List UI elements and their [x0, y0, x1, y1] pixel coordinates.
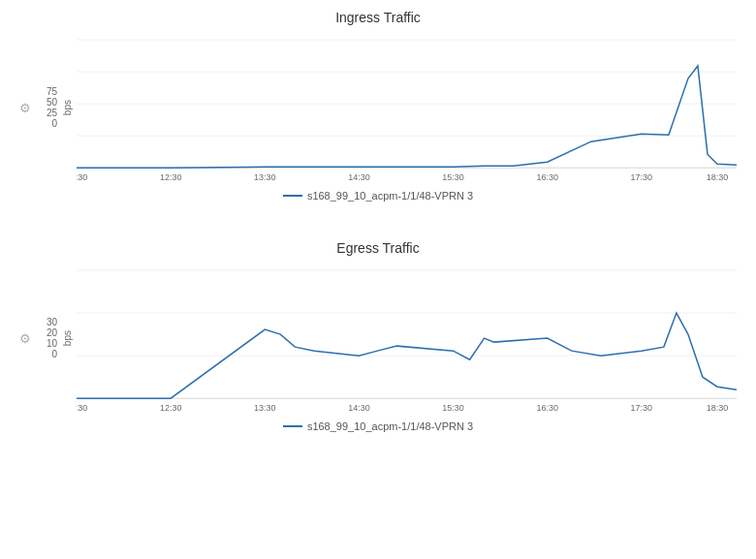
egress-legend-label: s168_99_10_acpm-1/1/48-VPRN 3: [307, 420, 473, 432]
y-tick: 30: [47, 317, 57, 327]
egress-title: Egress Traffic: [19, 240, 737, 256]
y-tick: 20: [47, 327, 57, 338]
ingress-chart-inner: 11:30 12:30 13:30 14:30 15:30 16:30 17:3…: [77, 30, 737, 185]
ingress-legend: s168_99_10_acpm-1/1/48-VPRN 3: [19, 190, 737, 202]
egress-svg: 11:30 12:30 13:30 14:30 15:30 16:30 17:3…: [77, 261, 737, 416]
ingress-y-label: bps: [62, 100, 73, 115]
legend-line-icon: [283, 195, 302, 197]
svg-text:16:30: 16:30: [536, 403, 558, 413]
ingress-chart-area: ⚙ 75 50 25 0 bps: [19, 30, 737, 185]
egress-legend: s168_99_10_acpm-1/1/48-VPRN 3: [19, 420, 737, 432]
svg-text:14:30: 14:30: [348, 403, 370, 413]
svg-text:11:30: 11:30: [77, 403, 87, 413]
egress-legend-line-icon: [283, 425, 302, 427]
egress-chart-inner: 11:30 12:30 13:30 14:30 15:30 16:30 17:3…: [77, 261, 737, 416]
y-tick: 50: [47, 97, 57, 108]
egress-chart-wrapper: Egress Traffic ⚙ 30 20 10 0 bps: [19, 240, 737, 432]
ingress-gear-icon[interactable]: ⚙: [19, 101, 31, 115]
ingress-svg: 11:30 12:30 13:30 14:30 15:30 16:30 17:3…: [77, 30, 737, 185]
charts-container: Ingress Traffic ⚙ 75 50 25 0 bps: [0, 0, 756, 451]
egress-chart-area: ⚙ 30 20 10 0 bps: [19, 261, 737, 416]
svg-text:18:30: 18:30: [707, 172, 729, 182]
svg-text:17:30: 17:30: [631, 172, 653, 182]
svg-text:13:30: 13:30: [254, 172, 276, 182]
y-tick: 0: [51, 349, 57, 359]
egress-gear-icon[interactable]: ⚙: [19, 331, 31, 346]
y-tick: 75: [47, 86, 57, 97]
svg-text:12:30: 12:30: [160, 172, 182, 182]
svg-text:11:30: 11:30: [77, 172, 87, 182]
egress-y-label: bps: [62, 330, 73, 346]
ingress-y-axis: 75 50 25 0: [33, 86, 62, 129]
ingress-legend-label: s168_99_10_acpm-1/1/48-VPRN 3: [307, 190, 473, 202]
ingress-title: Ingress Traffic: [19, 10, 737, 25]
svg-text:13:30: 13:30: [254, 403, 276, 413]
egress-y-axis: 30 20 10 0: [33, 317, 62, 359]
svg-text:15:30: 15:30: [442, 172, 464, 182]
ingress-chart-wrapper: Ingress Traffic ⚙ 75 50 25 0 bps: [19, 10, 737, 202]
svg-text:16:30: 16:30: [536, 172, 558, 182]
svg-text:14:30: 14:30: [348, 172, 370, 182]
svg-text:12:30: 12:30: [160, 403, 182, 413]
svg-text:17:30: 17:30: [631, 403, 653, 413]
y-tick: 25: [47, 108, 57, 118]
svg-text:15:30: 15:30: [442, 403, 464, 413]
svg-text:18:30: 18:30: [707, 403, 729, 413]
y-tick: 0: [51, 118, 57, 129]
y-tick: 10: [47, 338, 57, 349]
